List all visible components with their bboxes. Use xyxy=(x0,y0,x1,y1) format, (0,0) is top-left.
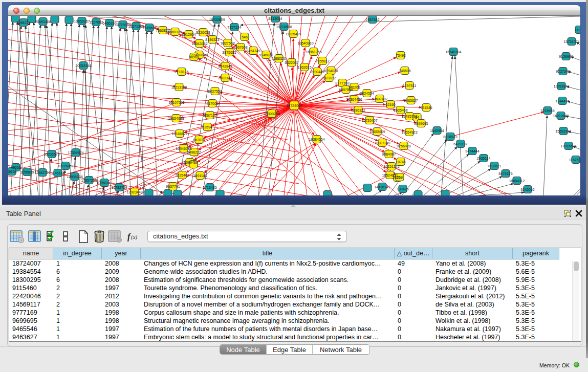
svg-text:16033809: 16033809 xyxy=(209,18,225,21)
svg-text:16099489: 16099489 xyxy=(182,161,198,164)
svg-text:10046788: 10046788 xyxy=(176,147,191,150)
svg-text:7955812: 7955812 xyxy=(315,59,329,63)
svg-text:8454749: 8454749 xyxy=(246,49,260,53)
svg-text:16151372: 16151372 xyxy=(383,165,399,168)
svg-text:1145194: 1145194 xyxy=(51,171,65,175)
svg-text:9474444: 9474444 xyxy=(465,149,479,153)
svg-text:20364436: 20364436 xyxy=(346,98,362,101)
svg-text:16648784: 16648784 xyxy=(445,50,461,54)
svg-text:15751074: 15751074 xyxy=(563,40,579,43)
svg-text:3875685: 3875685 xyxy=(222,51,236,54)
svg-text:9084067: 9084067 xyxy=(382,152,396,156)
svg-text:7515526: 7515526 xyxy=(142,26,156,30)
svg-text:19384554: 19384554 xyxy=(309,138,324,141)
svg-text:10975867: 10975867 xyxy=(57,164,73,168)
svg-text:10958147: 10958147 xyxy=(96,181,112,185)
svg-text:2055724: 2055724 xyxy=(16,21,30,25)
svg-text:10653267: 10653267 xyxy=(74,19,90,23)
svg-text:16107552: 16107552 xyxy=(168,101,184,104)
svg-text:1691144: 1691144 xyxy=(193,174,207,178)
svg-text:3267130: 3267130 xyxy=(203,114,216,117)
svg-text:1167534: 1167534 xyxy=(569,158,580,162)
svg-text:5322037: 5322037 xyxy=(285,61,298,64)
svg-text:20053346: 20053346 xyxy=(75,64,91,68)
svg-text:748506: 748506 xyxy=(399,69,410,73)
svg-text:7886322: 7886322 xyxy=(351,108,365,112)
svg-text:2718176: 2718176 xyxy=(175,70,188,74)
svg-text:9327508: 9327508 xyxy=(221,41,234,45)
svg-text:1362615: 1362615 xyxy=(297,65,311,69)
svg-text:15720407: 15720407 xyxy=(361,119,377,122)
svg-text:1297511: 1297511 xyxy=(403,84,417,87)
svg-text:951546: 951546 xyxy=(420,106,432,110)
svg-text:9129966: 9129966 xyxy=(559,55,573,58)
svg-text:62160: 62160 xyxy=(385,103,396,106)
svg-text:84: 84 xyxy=(415,116,419,119)
svg-text:8990445: 8990445 xyxy=(310,70,324,74)
svg-text:10746: 10746 xyxy=(396,160,406,164)
svg-text:9245052: 9245052 xyxy=(520,188,534,191)
svg-text:13640910: 13640910 xyxy=(297,41,313,45)
svg-text:2967608: 2967608 xyxy=(233,46,247,49)
svg-text:7625402: 7625402 xyxy=(175,173,189,177)
svg-text:9463627: 9463627 xyxy=(404,99,418,102)
svg-text:6794028: 6794028 xyxy=(324,69,338,73)
svg-text:19654985: 19654985 xyxy=(168,117,184,120)
svg-text:1025458: 1025458 xyxy=(394,108,407,112)
svg-text:1588520: 1588520 xyxy=(272,57,286,60)
svg-text:10654112: 10654112 xyxy=(509,179,525,183)
svg-text:133426: 133426 xyxy=(397,187,408,191)
svg-text:17016504: 17016504 xyxy=(560,144,576,148)
svg-text:8813054: 8813054 xyxy=(268,17,282,20)
svg-text:17359924: 17359924 xyxy=(68,151,83,155)
svg-text:16671365: 16671365 xyxy=(128,25,144,28)
svg-text:9756928: 9756928 xyxy=(397,144,410,148)
svg-text:2935114: 2935114 xyxy=(477,157,491,160)
svg-text:8498222: 8498222 xyxy=(187,150,201,154)
svg-text:12213389: 12213389 xyxy=(171,85,187,89)
svg-text:8186323: 8186323 xyxy=(205,38,219,41)
svg-text:1621072: 1621072 xyxy=(322,76,336,80)
svg-text:73493: 73493 xyxy=(396,54,406,57)
svg-text:19166827: 19166827 xyxy=(171,132,187,136)
svg-text:53594: 53594 xyxy=(202,125,212,129)
svg-text:19218506: 19218506 xyxy=(276,25,292,29)
svg-text:5716485: 5716485 xyxy=(203,186,216,189)
svg-text:1156829: 1156829 xyxy=(20,170,34,174)
svg-text:16543382: 16543382 xyxy=(191,42,207,46)
svg-text:7632621: 7632621 xyxy=(487,164,501,168)
svg-text:20691406: 20691406 xyxy=(35,20,51,24)
svg-text:9899695: 9899695 xyxy=(414,122,428,125)
svg-text:7357224: 7357224 xyxy=(227,26,241,29)
svg-text:12923448: 12923448 xyxy=(126,190,142,194)
svg-text:16961755: 16961755 xyxy=(306,50,321,54)
svg-text:9777169: 9777169 xyxy=(335,81,349,85)
svg-text:9242845: 9242845 xyxy=(218,64,232,68)
svg-text:45061: 45061 xyxy=(11,166,21,169)
svg-text:39154: 39154 xyxy=(8,170,17,173)
svg-text:16782759: 16782759 xyxy=(111,186,127,189)
svg-text:18300295: 18300295 xyxy=(264,112,279,116)
svg-text:6479197: 6479197 xyxy=(453,142,467,146)
svg-text:11170: 11170 xyxy=(575,28,580,32)
svg-text:8938923: 8938923 xyxy=(443,135,457,139)
svg-text:10607487: 10607487 xyxy=(372,97,387,101)
svg-text:8471676: 8471676 xyxy=(498,172,512,176)
svg-text:18807249: 18807249 xyxy=(374,141,390,145)
svg-text:12905135: 12905135 xyxy=(67,175,82,179)
svg-text:(x): (x) xyxy=(131,234,138,240)
svg-text:9657791: 9657791 xyxy=(166,185,180,188)
svg-text:254: 254 xyxy=(397,176,403,179)
svg-text:8912954: 8912954 xyxy=(182,33,195,36)
svg-text:9146821: 9146821 xyxy=(259,53,273,57)
svg-text:14136141: 14136141 xyxy=(374,185,390,189)
svg-text:1527602: 1527602 xyxy=(89,20,103,24)
svg-text:417006: 417006 xyxy=(206,102,218,105)
svg-text:f: f xyxy=(127,232,131,242)
svg-text:20206576: 20206576 xyxy=(43,152,59,156)
svg-text:16210643: 16210643 xyxy=(553,114,569,118)
svg-text:12942757: 12942757 xyxy=(34,171,50,174)
svg-text:3824554: 3824554 xyxy=(360,92,374,95)
svg-text:11325419: 11325419 xyxy=(286,32,301,36)
svg-text:1640954: 1640954 xyxy=(430,129,444,133)
